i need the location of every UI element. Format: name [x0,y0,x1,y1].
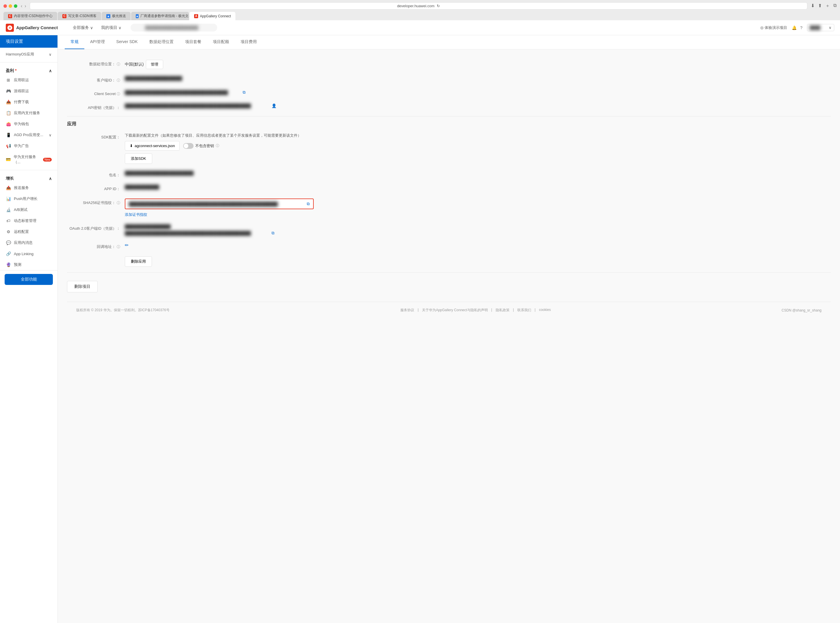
oauth-value-row2: ████████████████████████████████████████… [125,230,274,235]
paid-download-icon: 📥 [6,100,11,104]
client-secret-help-icon[interactable]: ⓘ [117,92,120,96]
push-icon: 📤 [6,185,11,190]
footer-link-4[interactable]: cookies [539,308,551,313]
page-footer: 版权所有 © 2019 华为。保留一切权利。苏ICP备17040376号 服务协… [67,302,831,318]
app-id-label-text: APP ID： [104,187,120,191]
sidebar-item-label: App Linking [14,252,34,256]
sidebar-item-label: 应用联运 [14,77,29,83]
window-icon[interactable]: ⧉ [833,3,837,9]
sidebar-item-huawei-ads[interactable]: 📢 华为广告 [0,140,57,152]
browser-tab-4[interactable]: A AppGallery Connect [190,12,235,20]
nav-all-services[interactable]: 全部服务 ∨ [69,23,97,32]
agd-pro-icon: 📱 [6,132,11,138]
sidebar-item-in-app-payment[interactable]: 📋 应用内支付服务 [0,107,57,118]
help-icon[interactable]: ? [800,25,802,30]
share-icon[interactable]: ⬆ [818,3,822,9]
sidebar-item-push[interactable]: 📤 推送服务 [0,182,57,193]
nav-my-projects[interactable]: 我的项目 ∨ [98,23,125,32]
client-id-help-icon[interactable]: ⓘ [117,78,120,82]
back-icon[interactable]: ‹ [21,3,22,9]
footer-link-0[interactable]: 服务协议 [400,308,414,313]
sidebar-item-in-app-msg[interactable]: 💬 应用内消息 [0,237,57,248]
download-icon[interactable]: ⬇ [811,3,815,9]
browser-tab-3[interactable]: ▲ 厂商通道参数申请指南 - 极光文档 [131,12,189,20]
sidebar-profit-chevron[interactable]: ∧ [49,69,52,73]
callback-label: 回调地址： ⓘ [67,242,125,249]
sha256-copy-icon[interactable]: ⧉ [307,201,310,206]
delete-project-area: 删除项目 [67,275,831,302]
footer-link-3[interactable]: 联系我们 [517,308,531,313]
sidebar-item-remote-config[interactable]: ⚙ 远程配置 [0,226,57,237]
oauth-copy-icon[interactable]: ⧉ [271,230,274,235]
client-secret-row: Client Secret ⓘ ████████████████████████… [67,86,831,100]
footer-link-1[interactable]: 关于华为AppGallery Connect与隐私的声明 [422,308,487,313]
header-search-area: ████████████████████ [130,24,217,32]
bell-icon[interactable]: 🔔 [792,25,797,30]
sdk-config-label: SDK配置： [67,133,125,140]
tab-icon-2: ▲ [106,14,110,18]
no-secret-toggle-switch[interactable] [183,143,193,149]
callback-help-icon[interactable]: ⓘ [117,245,120,249]
tab-api-management[interactable]: API管理 [84,35,110,49]
browser-tab-0[interactable]: C 内容管理-CSDN创作中心 [3,12,57,20]
user-menu[interactable]: ████ ∨ [807,24,834,31]
tab-icon-0: C [8,14,12,18]
sidebar-item-label: 付费下载 [14,100,29,104]
all-features-button[interactable]: 全部功能 [5,274,53,285]
sidebar-section-harmonyos: HarmonyOS应用 ∨ [0,49,57,60]
client-secret-copy-icon[interactable]: ⧉ [243,90,245,95]
api-key-copy-icon[interactable]: 👤 [271,103,276,108]
browser-titlebar: ‹ › developer.huawei.com ↻ ⬇ ⬆ ＋ ⧉ [3,2,837,9]
tab-label-2: 极光推送 [112,14,126,18]
manage-button[interactable]: 管理 [146,60,163,69]
delete-project-button[interactable]: 删除项目 [67,281,98,292]
address-bar[interactable]: developer.huawei.com ↻ [30,2,807,9]
sha256-box: ████████████████████████████████████████… [125,198,314,209]
sidebar-item-paid-download[interactable]: 📥 付费下载 [0,97,57,107]
sidebar-growth-chevron[interactable]: ∧ [49,176,52,181]
minimize-traffic-light[interactable] [9,4,12,8]
app-container: AppGallery Connect 全部服务 ∨ 我的项目 ∨ ███████… [0,20,840,623]
in-app-msg-icon: 💬 [6,240,11,246]
add-sdk-button[interactable]: 添加SDK [125,153,152,164]
sidebar-item-label: A/B测试 [14,207,28,212]
tab-project-package[interactable]: 项目套餐 [179,35,207,49]
fullscreen-traffic-light[interactable] [14,4,17,8]
sha256-help-icon[interactable]: ⓘ [117,201,120,205]
sidebar-item-huawei-pay[interactable]: 💳 华为支付服务（... New [0,152,57,167]
data-processing-help-icon[interactable]: ⓘ [117,62,120,66]
new-tab-icon[interactable]: ＋ [825,3,830,9]
sidebar-item-app-linking[interactable]: 🔗 App Linking [0,248,57,259]
footer-link-2[interactable]: 隐私政策 [496,308,510,313]
sidebar-item-push-growth[interactable]: 📊 Push用户增长 [0,193,57,204]
sidebar-item-ab-test[interactable]: 🔬 A/B测试 [0,204,57,215]
sidebar-item-app-union[interactable]: ⊞ 应用联运 [0,75,57,86]
download-json-button[interactable]: ⬇ agconnect-services.json [125,141,180,150]
tab-project-cost[interactable]: 项目费用 [235,35,262,49]
push-growth-icon: 📊 [6,196,11,201]
browser-tab-2[interactable]: ▲ 极光推送 [102,12,130,20]
tab-project-quota[interactable]: 项目配额 [207,35,235,49]
forward-icon[interactable]: › [25,3,26,9]
client-id-label-text: 客户端ID： [97,78,115,82]
tab-data-processing[interactable]: 数据处理位置 [144,35,179,49]
callback-edit-icon[interactable]: ✏ [125,242,129,248]
no-secret-help-icon[interactable]: ⓘ [216,143,219,148]
demo-project[interactable]: ◎ 体验演示项目 [760,25,787,30]
sidebar-harmonyos-item[interactable]: HarmonyOS应用 ∨ [0,49,57,60]
client-id-blurred: ████████████████████ [125,76,189,81]
sidebar-item-dynamic-tag[interactable]: 🏷 动态标签管理 [0,215,57,226]
sidebar-item-agd-pro[interactable]: 📱 AGD Pro应用变... ∨ [0,129,57,140]
delete-app-button[interactable]: 删除应用 [125,256,152,267]
sidebar-item-game-union[interactable]: 🎮 游戏联运 [0,86,57,97]
sidebar-item-label: AGD Pro应用变... [14,132,43,138]
tab-server-sdk[interactable]: Server SDK [110,35,144,49]
sidebar-item-huawei-wallet[interactable]: 👛 华为钱包 [0,118,57,129]
close-traffic-light[interactable] [3,4,7,8]
sidebar-item-predict[interactable]: 🔮 预测 [0,259,57,270]
browser-tab-1[interactable]: C 写文章-CSDN博客 [58,12,101,20]
reload-icon[interactable]: ↻ [437,4,440,8]
add-fingerprint-link[interactable]: 添加证书指纹 [125,212,147,217]
app-union-icon: ⊞ [6,77,11,83]
tab-general[interactable]: 常规 [65,35,84,49]
